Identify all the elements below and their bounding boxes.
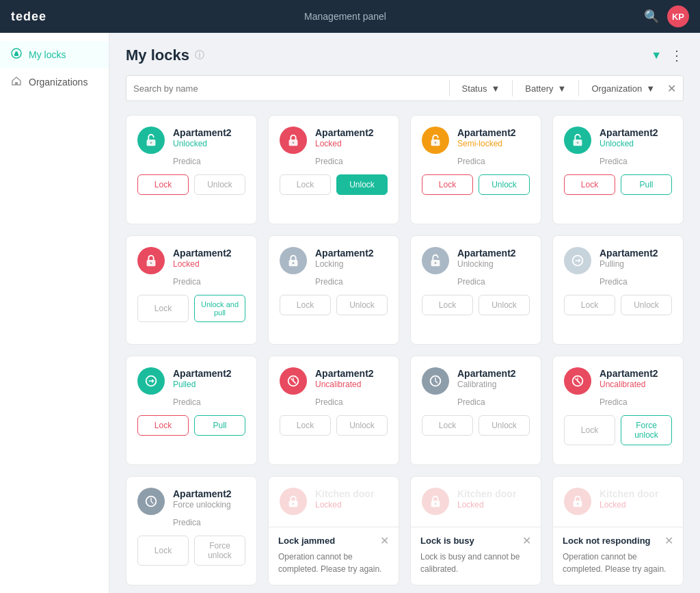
action-button[interactable]: Unlock — [621, 295, 672, 315]
page-title-row: My locks ⓘ — [126, 47, 204, 64]
lock-name: Apartament2 — [600, 127, 658, 139]
sidebar-item-my-locks[interactable]: My locks — [0, 41, 109, 68]
action-button[interactable]: Force unlock — [194, 536, 245, 566]
action-button[interactable]: Force unlock — [621, 415, 672, 445]
action-button[interactable]: Lock — [422, 295, 473, 315]
battery-filter[interactable]: Battery ▼ — [518, 83, 573, 94]
lock-name: Apartament2 — [173, 127, 232, 139]
svg-point-12 — [150, 262, 152, 264]
organization-filter[interactable]: Organization ▼ — [584, 83, 662, 94]
toast-close-button[interactable]: ✕ — [522, 536, 531, 546]
toast-title: Lock jammed — [278, 536, 375, 546]
action-button[interactable]: Pull — [621, 174, 672, 195]
action-button[interactable]: Lock — [564, 415, 615, 445]
action-button[interactable]: Unlock — [479, 295, 530, 315]
lock-status-icon — [280, 488, 307, 515]
lock-status-icon — [564, 367, 591, 395]
info-icon[interactable]: ⓘ — [195, 49, 204, 62]
svg-point-26 — [293, 503, 295, 505]
action-button[interactable]: Lock — [137, 415, 189, 436]
lock-card: Apartament2 Locked Predica LockUnlock — [268, 115, 399, 224]
sidebar-item-organizations[interactable]: Organizations — [0, 68, 109, 96]
toast-close-button[interactable]: ✕ — [380, 536, 389, 546]
svg-rect-2 — [15, 82, 18, 85]
lock-status-icon — [280, 367, 307, 395]
toast-title: Lock is busy — [420, 536, 517, 546]
action-button[interactable]: Unlock — [479, 415, 530, 436]
lock-card-header: Apartament2 Unlocked — [564, 127, 672, 154]
action-button[interactable]: Lock — [422, 415, 473, 436]
lock-org: Predica — [173, 518, 245, 527]
action-button[interactable]: Pull — [194, 415, 245, 436]
lock-card-header: Apartament2 Calibrating — [422, 367, 530, 395]
action-button[interactable]: Lock — [280, 174, 331, 195]
chevron-down-icon: ▼ — [491, 83, 500, 94]
lock-status-label: Unlocked — [173, 139, 232, 148]
lock-status-label: Unlocking — [457, 259, 516, 269]
lock-status-icon — [137, 127, 165, 154]
lock-info: Apartament2 Locked — [315, 127, 374, 148]
lock-status-icon — [137, 488, 165, 515]
page-title: My locks — [126, 47, 189, 64]
action-button[interactable]: Unlock — [336, 295, 388, 315]
lock-actions: LockUnlock — [280, 415, 388, 436]
lock-status-icon — [280, 247, 307, 274]
action-button[interactable]: Lock — [280, 295, 331, 315]
action-button[interactable]: Lock — [280, 415, 331, 436]
search-input[interactable] — [133, 83, 444, 94]
lock-org: Predica — [173, 397, 245, 407]
lock-card-header: Apartament2 Unlocking — [422, 247, 530, 274]
more-icon[interactable]: ⋮ — [670, 47, 684, 64]
toast-notification: Lock is busy ✕ Lock is busy and cannot b… — [411, 527, 541, 585]
lock-actions: LockForce unlock — [564, 415, 672, 445]
lock-card: Apartament2 Unlocked Predica LockPull — [552, 115, 684, 224]
action-button[interactable]: Unlock — [336, 174, 388, 195]
lock-actions: LockUnlock — [280, 295, 388, 315]
lock-icon — [11, 48, 22, 62]
toast-notification: Lock not responding ✕ Operation cannot b… — [553, 527, 683, 585]
toast-close-button[interactable]: ✕ — [664, 536, 673, 546]
toast-header: Lock is busy ✕ — [420, 536, 531, 546]
lock-actions: LockPull — [137, 415, 245, 436]
action-button[interactable]: Lock — [564, 295, 615, 315]
action-button[interactable]: Lock — [422, 174, 473, 195]
lock-name: Apartament2 — [173, 247, 232, 259]
status-filter[interactable]: Status ▼ — [455, 83, 507, 94]
action-button[interactable]: Unlock and pull — [194, 295, 245, 322]
action-button[interactable]: Unlock — [194, 174, 245, 195]
lock-status-icon — [422, 367, 449, 395]
lock-info: Apartament2 Calibrating — [457, 367, 516, 389]
action-button[interactable]: Lock — [137, 536, 189, 566]
svg-point-4 — [150, 142, 152, 144]
nav-right: 🔍 KP — [644, 5, 689, 27]
action-button[interactable]: Lock — [137, 174, 189, 195]
user-avatar[interactable]: KP — [667, 5, 689, 27]
lock-status-label: Locked — [600, 500, 658, 510]
action-button[interactable]: Lock — [137, 295, 189, 322]
lock-name: Apartament2 — [600, 367, 658, 380]
filter-clear-button[interactable]: ✕ — [667, 82, 676, 95]
lock-card-header: Apartament2 Locked — [280, 127, 388, 154]
action-button[interactable]: Unlock — [336, 415, 388, 436]
action-button[interactable]: Unlock — [479, 174, 530, 195]
filter-bar: Status ▼ Battery ▼ Organization ▼ ✕ — [126, 75, 684, 101]
lock-card-header: Apartament2 Locking — [280, 247, 388, 274]
lock-status-icon — [564, 127, 591, 154]
lock-status-icon — [422, 488, 449, 515]
action-button[interactable]: Lock — [564, 174, 615, 195]
battery-filter-label: Battery — [525, 83, 553, 94]
lock-status-label: Pulling — [600, 259, 658, 269]
lock-status-label: Locked — [173, 259, 232, 269]
lock-status-label: Force unlocking — [173, 500, 232, 510]
svg-point-6 — [293, 142, 295, 144]
lock-status-label: Locked — [315, 139, 374, 148]
lock-info: Apartament2 Pulled — [173, 367, 232, 389]
lock-card-header: Apartament2 Uncalibrated — [280, 367, 388, 395]
lock-card: Apartament2 Uncalibrated Predica LockFor… — [552, 356, 684, 465]
lock-actions: LockUnlock — [422, 295, 530, 315]
search-icon[interactable]: 🔍 — [644, 9, 659, 24]
lock-status-icon — [564, 247, 591, 274]
lock-org: Predica — [173, 277, 245, 287]
filter-icon[interactable]: ▼ — [651, 49, 662, 62]
lock-card-header: Apartament2 Semi-locked — [422, 127, 530, 154]
